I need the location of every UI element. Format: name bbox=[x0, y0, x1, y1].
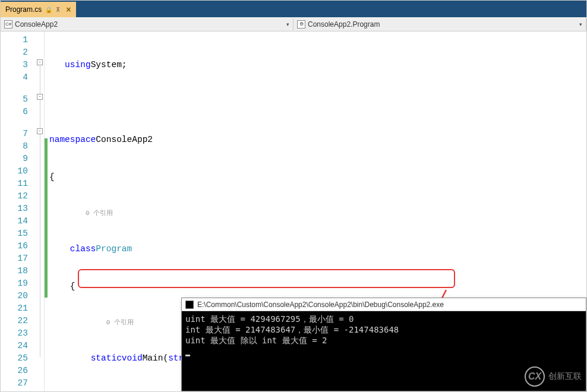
watermark: CX 创新互联 bbox=[525, 366, 582, 387]
nav-divider bbox=[586, 18, 586, 30]
change-marker bbox=[45, 138, 48, 298]
console-output: uint 最大值 = 4294967295，最小值 = 0 int 最大值 = … bbox=[182, 311, 586, 359]
file-tab[interactable]: Program.cs 🔒 ⊼ × bbox=[1, 2, 76, 17]
console-cursor bbox=[185, 355, 190, 356]
nav-bar: C# ConsoleApp2 ▾ ⚙ ConsoleApp2.Program ▾ bbox=[1, 17, 586, 31]
chevron-down-icon: ▾ bbox=[579, 21, 582, 27]
close-icon[interactable]: × bbox=[66, 5, 71, 14]
pin-icon[interactable]: ⊼ bbox=[56, 7, 60, 13]
class-icon: ⚙ bbox=[297, 20, 305, 29]
watermark-text: 创新互联 bbox=[548, 371, 582, 382]
chevron-down-icon: ▾ bbox=[286, 21, 289, 27]
codelens-references[interactable]: 0 个引用 bbox=[106, 317, 134, 329]
watermark-logo: CX bbox=[525, 366, 545, 387]
nav-namespace-label: ConsoleApp2 bbox=[15, 20, 58, 29]
nav-class-label: ConsoleApp2.Program bbox=[308, 20, 380, 29]
lock-icon: 🔒 bbox=[45, 7, 52, 13]
tab-bar: Program.cs 🔒 ⊼ × bbox=[1, 1, 586, 17]
fold-toggle[interactable]: - bbox=[37, 128, 43, 134]
nav-namespace-dropdown[interactable]: C# ConsoleApp2 ▾ bbox=[1, 20, 293, 29]
csharp-icon: C# bbox=[4, 20, 12, 29]
tab-filename: Program.cs bbox=[5, 5, 42, 14]
console-title-text: E:\Common\Custom\ConsoleApp2\ConsoleApp2… bbox=[197, 301, 444, 309]
fold-column: - - - bbox=[36, 31, 45, 391]
console-icon bbox=[185, 301, 194, 309]
fold-toggle[interactable]: - bbox=[37, 59, 43, 65]
fold-toggle[interactable]: - bbox=[37, 94, 43, 100]
line-number-gutter: 1234 56 78910 11121314 15161718 19202122… bbox=[1, 31, 36, 391]
codelens-references[interactable]: 0 个引用 bbox=[86, 207, 113, 220]
nav-class-dropdown[interactable]: ⚙ ConsoleApp2.Program ▾ bbox=[294, 20, 586, 29]
console-titlebar[interactable]: E:\Common\Custom\ConsoleApp2\ConsoleApp2… bbox=[182, 298, 586, 311]
annotation-highlight-box bbox=[78, 269, 455, 288]
